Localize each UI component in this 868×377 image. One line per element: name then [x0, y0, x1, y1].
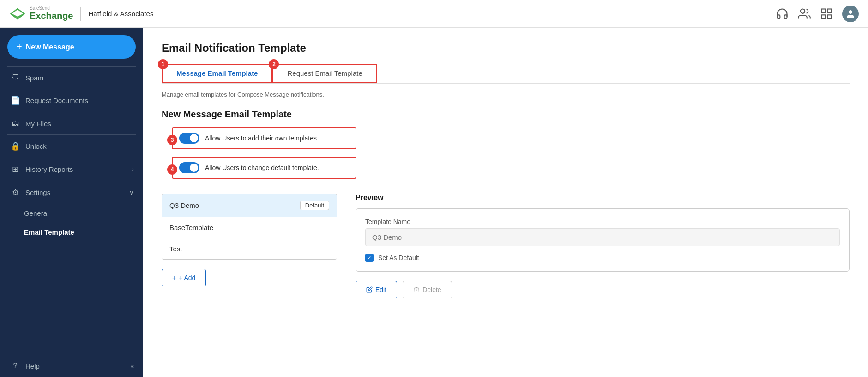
set-default-row: ✓ Set As Default: [365, 254, 840, 262]
document-icon: 📄: [11, 96, 20, 105]
sidebar: + New Message 🛡 Spam 📄 Request Documents…: [0, 28, 143, 377]
main-layout: + New Message 🛡 Spam 📄 Request Documents…: [0, 28, 868, 377]
svg-rect-4: [822, 15, 826, 18]
edit-icon: [366, 286, 373, 293]
template-name-input[interactable]: [365, 228, 840, 246]
sidebar-item-label-unlock: Unlock: [25, 142, 47, 150]
two-col-layout: Q3 Demo Default BaseTemplate Test + + Ad…: [162, 194, 850, 298]
collapse-icon-help: «: [131, 363, 134, 370]
help-icon: ?: [11, 361, 20, 371]
svg-point-1: [801, 9, 805, 13]
headset-icon[interactable]: [776, 7, 789, 20]
history-icon: ⊞: [11, 164, 20, 174]
logo-text: Exchange: [30, 11, 73, 21]
sidebar-item-unlock[interactable]: 🔒 Unlock: [0, 135, 143, 158]
tab-request-email[interactable]: Request Email Template: [272, 64, 377, 83]
new-message-button[interactable]: + New Message: [7, 35, 136, 59]
header-divider: [80, 7, 81, 21]
plus-icon: +: [17, 42, 22, 52]
sidebar-item-settings[interactable]: ⚙ Settings ∨: [0, 181, 143, 204]
toggle-row-1: Allow Users to add their own templates.: [172, 127, 356, 149]
delete-icon: [413, 286, 420, 293]
toggle-add-templates[interactable]: [179, 133, 199, 144]
template-name-field-label: Template Name: [365, 218, 840, 225]
tab-number-1: 1: [158, 59, 168, 69]
toggle-label-2: Allow Users to change default template.: [205, 164, 319, 171]
template-list: Q3 Demo Default BaseTemplate Test: [162, 194, 337, 260]
left-btn-row: + + Add: [162, 269, 337, 286]
toggle-label-1: Allow Users to add their own templates.: [205, 134, 319, 142]
right-column: Preview Template Name ✓ Set As Default E…: [356, 194, 850, 298]
set-default-label: Set As Default: [378, 254, 419, 261]
sidebar-divider-7: [7, 242, 136, 242]
sidebar-item-help[interactable]: ? Help «: [0, 355, 143, 377]
delete-button[interactable]: Delete: [403, 281, 452, 298]
folder-icon: 🗂: [11, 119, 20, 128]
sidebar-item-label-files: My Files: [25, 120, 51, 128]
preview-title: Preview: [356, 194, 850, 202]
toggle-number-4: 4: [167, 164, 177, 175]
sidebar-item-my-files[interactable]: 🗂 My Files: [0, 112, 143, 134]
expand-icon-history: ›: [132, 166, 134, 173]
expand-icon-settings: ∨: [129, 189, 134, 196]
logo-icon: [9, 6, 26, 22]
preview-panel: Template Name ✓ Set As Default: [356, 208, 850, 272]
template-item-test[interactable]: Test: [162, 238, 337, 259]
sidebar-sub-item-label-general: General: [24, 209, 48, 217]
sidebar-item-spam[interactable]: 🛡 Spam: [0, 67, 143, 89]
template-name-base: BaseTemplate: [169, 224, 213, 231]
header: SafeSend Exchange Hatfield & Associates: [0, 0, 868, 28]
avatar[interactable]: [842, 6, 859, 22]
edit-label: Edit: [375, 286, 386, 293]
sidebar-item-label-help: Help: [25, 362, 40, 370]
delete-label: Delete: [422, 286, 441, 293]
sidebar-item-label-request: Request Documents: [25, 97, 88, 104]
tab-description: Manage email templates for Compose Messa…: [162, 91, 850, 98]
sidebar-sub-item-label-email: Email Template: [24, 228, 74, 236]
logo: SafeSend Exchange: [9, 6, 73, 22]
tab-request-email-label: Request Email Template: [287, 69, 362, 77]
tab-message-email[interactable]: Message Email Template: [162, 64, 272, 83]
template-name-test: Test: [169, 245, 182, 253]
toggle-change-default[interactable]: [179, 162, 199, 173]
sidebar-item-label-spam: Spam: [25, 74, 43, 82]
set-default-checkbox[interactable]: ✓: [365, 254, 374, 262]
toggle-row-2: Allow Users to change default template.: [172, 157, 356, 179]
sidebar-item-label-history: History Reports: [25, 165, 73, 173]
template-item-q3demo[interactable]: Q3 Demo Default: [162, 194, 337, 217]
gear-icon: ⚙: [11, 188, 20, 197]
toggle-number-3: 3: [167, 135, 177, 145]
lock-icon: 🔒: [11, 141, 20, 151]
sidebar-item-history-reports[interactable]: ⊞ History Reports ›: [0, 158, 143, 181]
add-label: + Add: [179, 274, 195, 281]
content-area: Email Notification Template 1 Message Em…: [143, 28, 868, 377]
section-title: New Message Email Template: [162, 109, 850, 120]
sidebar-item-label-settings: Settings: [25, 188, 50, 196]
sidebar-sub-item-email-template[interactable]: Email Template: [0, 223, 143, 242]
template-name-q3demo: Q3 Demo: [169, 201, 199, 209]
tabs-container: 1 Message Email Template 2 Request Email…: [162, 64, 850, 84]
left-column: Q3 Demo Default BaseTemplate Test + + Ad…: [162, 194, 337, 298]
svg-rect-3: [827, 9, 831, 12]
header-right: [776, 6, 859, 22]
sidebar-sub-item-general[interactable]: General: [0, 204, 143, 223]
new-message-label: New Message: [26, 43, 74, 51]
org-name: Hatfield & Associates: [88, 10, 153, 18]
shield-icon: 🛡: [11, 73, 20, 82]
svg-rect-5: [827, 15, 831, 18]
add-button[interactable]: + + Add: [162, 269, 206, 286]
edit-button[interactable]: Edit: [356, 281, 397, 298]
svg-rect-2: [822, 9, 826, 12]
template-item-base[interactable]: BaseTemplate: [162, 217, 337, 238]
users-icon[interactable]: [798, 7, 811, 20]
tab-message-email-label: Message Email Template: [176, 69, 258, 77]
apps-icon[interactable]: [820, 7, 833, 20]
right-btn-row: Edit Delete: [356, 281, 850, 298]
default-badge: Default: [300, 201, 329, 210]
sidebar-item-request-documents[interactable]: 📄 Request Documents: [0, 89, 143, 112]
page-title: Email Notification Template: [162, 42, 850, 55]
add-icon: +: [172, 274, 176, 281]
